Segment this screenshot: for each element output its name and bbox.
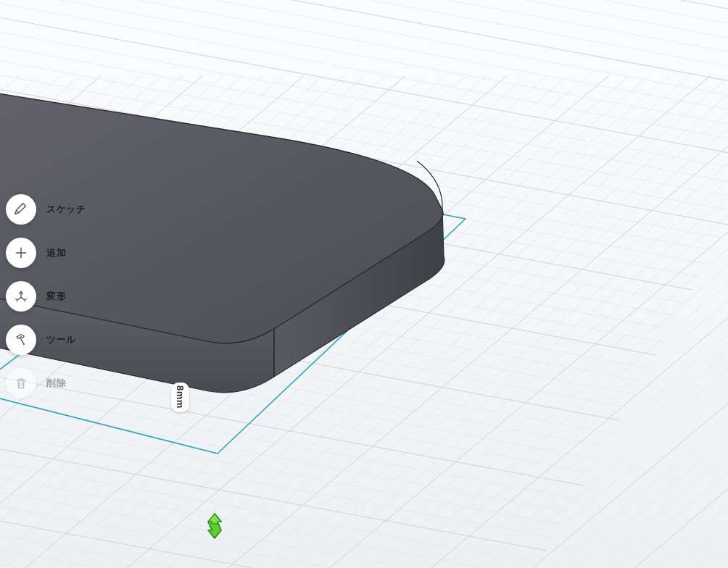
transform-button[interactable] (6, 281, 36, 312)
hammer-icon (14, 333, 28, 347)
dimension-unit: mm (175, 391, 186, 409)
pencil-icon (13, 201, 29, 217)
add-button[interactable] (6, 238, 36, 268)
trash-icon (14, 376, 28, 390)
tool-tools[interactable]: ツール (6, 325, 86, 355)
left-toolbar: スケッチ 追加 変形 (6, 194, 86, 398)
tool-add[interactable]: 追加 (6, 238, 86, 268)
tool-add-label: 追加 (46, 246, 66, 259)
push-pull-handle[interactable] (204, 512, 225, 543)
tool-delete-label: 削除 (46, 377, 66, 390)
double-arrow-icon (204, 512, 225, 540)
tool-sketch-label: スケッチ (46, 203, 86, 216)
tool-tools-label: ツール (46, 333, 76, 346)
dimension-value: 8 (175, 385, 186, 391)
tools-button[interactable] (6, 325, 36, 355)
ground-grid (0, 0, 728, 568)
viewport-3d[interactable]: 8mm スケッチ 追加 (0, 0, 728, 568)
plus-icon (14, 246, 28, 260)
delete-button (6, 368, 36, 398)
tool-transform-label: 変形 (46, 290, 66, 303)
tool-delete: 削除 (6, 368, 86, 398)
tool-sketch[interactable]: スケッチ (6, 194, 86, 225)
dimension-badge[interactable]: 8mm (171, 383, 189, 412)
transform-icon (14, 289, 28, 304)
sketch-button[interactable] (6, 194, 36, 225)
tool-transform[interactable]: 変形 (6, 281, 86, 312)
